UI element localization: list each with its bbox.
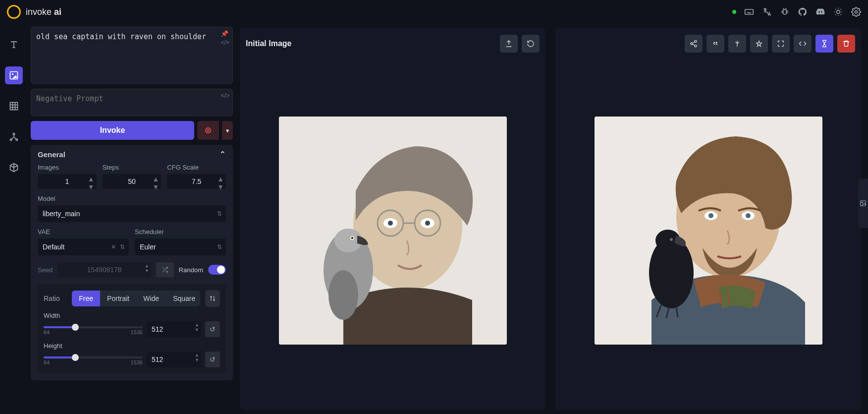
rail-image-tab[interactable]: [5, 66, 23, 84]
vae-select[interactable]: Default✕⇅: [38, 238, 129, 255]
fullscreen-button[interactable]: [772, 35, 790, 53]
svg-point-22: [351, 237, 353, 239]
svg-point-23: [328, 270, 358, 320]
svg-point-26: [695, 45, 697, 47]
initial-image-title: Initial Image: [246, 39, 291, 48]
scheduler-label: Scheduler: [135, 228, 226, 236]
svg-rect-6: [10, 103, 18, 110]
quote-button[interactable]: [706, 35, 724, 53]
model-select[interactable]: liberty_main⇅: [38, 205, 226, 222]
invoke-dropdown-button[interactable]: ▾: [222, 121, 233, 140]
ratio-segment: Free Portrait Wide Square: [72, 291, 200, 306]
delete-button[interactable]: [837, 35, 855, 53]
rail-text-tab[interactable]: [5, 36, 23, 54]
bug-icon[interactable]: [780, 7, 790, 17]
general-panel-header[interactable]: General ⌃: [38, 150, 226, 159]
ratio-label: Ratio: [44, 295, 67, 302]
scheduler-select[interactable]: Euler⇅: [135, 238, 226, 255]
rail-nodes-tab[interactable]: [5, 128, 23, 146]
swap-dims-button[interactable]: [205, 290, 220, 307]
initial-image[interactable]: [279, 117, 507, 345]
positive-prompt-box[interactable]: old sea captain with raven on shoulder 📌…: [31, 27, 233, 84]
rail-grid-tab[interactable]: [5, 97, 23, 115]
cfg-input[interactable]: 7.5▲▼: [167, 174, 226, 189]
pin-icon[interactable]: 📌: [221, 30, 229, 37]
ratio-square[interactable]: Square: [166, 291, 200, 306]
upload-button[interactable]: [500, 35, 518, 53]
images-input[interactable]: 1▲▼: [38, 174, 97, 189]
seed-button[interactable]: [728, 35, 746, 53]
share-button[interactable]: [685, 35, 703, 53]
random-label: Random: [179, 266, 203, 274]
positive-prompt-input[interactable]: old sea captain with raven on shoulder: [36, 32, 227, 77]
images-label: Images: [38, 164, 97, 171]
reset-width-button[interactable]: ↺: [205, 321, 220, 337]
negative-prompt-box[interactable]: </>: [31, 89, 233, 116]
keyboard-icon[interactable]: [744, 7, 754, 17]
star-button[interactable]: [750, 35, 768, 53]
cancel-button[interactable]: [197, 121, 219, 140]
width-label: Width: [44, 312, 220, 319]
gallery-toggle[interactable]: [858, 178, 868, 228]
initial-image-panel: Initial Image: [240, 28, 545, 410]
negative-prompt-input[interactable]: [36, 94, 227, 109]
status-dot-icon: [732, 10, 736, 14]
chevron-up-icon: ⌃: [219, 150, 226, 159]
svg-point-25: [691, 43, 693, 45]
svg-point-7: [13, 133, 14, 135]
settings-sidebar: old sea captain with raven on shoulder 📌…: [28, 24, 236, 414]
github-icon[interactable]: [798, 7, 808, 17]
steps-input[interactable]: 50▲▼: [103, 174, 162, 189]
embed-icon[interactable]: </>: [221, 39, 229, 46]
embed-icon[interactable]: </>: [221, 92, 229, 99]
svg-point-32: [746, 213, 751, 218]
gear-icon[interactable]: [851, 7, 861, 17]
general-panel: General ⌃ Images 1▲▼ Steps 50▲▼ CFG Scal…: [31, 145, 233, 380]
logo-icon: [7, 5, 21, 19]
rail-cube-tab[interactable]: [5, 159, 23, 177]
sun-icon[interactable]: [833, 7, 843, 17]
svg-rect-36: [861, 201, 866, 206]
svg-point-35: [670, 238, 673, 241]
svg-rect-0: [745, 9, 754, 14]
height-label: Height: [44, 342, 220, 350]
code-button[interactable]: [794, 35, 812, 53]
ratio-portrait[interactable]: Portrait: [100, 291, 136, 306]
left-rail: [0, 24, 28, 414]
topbar: invoke ai: [0, 0, 868, 24]
svg-point-37: [862, 202, 863, 203]
steps-label: Steps: [103, 164, 162, 171]
svg-rect-1: [783, 9, 787, 14]
svg-point-24: [695, 40, 697, 42]
ratio-wide[interactable]: Wide: [136, 291, 166, 306]
ratio-free[interactable]: Free: [72, 291, 100, 306]
vae-label: VAE: [38, 228, 129, 236]
reset-height-button[interactable]: ↺: [205, 352, 220, 367]
svg-point-16: [425, 221, 430, 226]
cfg-label: CFG Scale: [167, 164, 226, 171]
random-toggle[interactable]: [208, 265, 226, 275]
height-input[interactable]: 512▲▼: [147, 352, 201, 367]
seed-label: Seed: [38, 266, 53, 274]
reset-button[interactable]: [522, 35, 540, 53]
output-image[interactable]: [595, 117, 822, 345]
svg-point-14: [388, 221, 393, 226]
clear-vae-icon[interactable]: ✕: [111, 243, 116, 250]
hourglass-button[interactable]: [815, 35, 833, 53]
seed-input[interactable]: 154908178▲▼: [57, 262, 151, 277]
svg-point-30: [708, 213, 713, 218]
output-panel: [555, 28, 861, 410]
width-slider[interactable]: 641536: [44, 323, 143, 335]
width-input[interactable]: 512▲▼: [147, 321, 201, 337]
topbar-icons: [732, 7, 861, 17]
model-label: Model: [38, 195, 226, 202]
invoke-button[interactable]: Invoke: [31, 121, 194, 140]
svg-point-3: [855, 11, 858, 13]
brand-text: invoke ai: [26, 7, 61, 17]
height-slider[interactable]: 641536: [44, 354, 143, 365]
shuffle-seed-button[interactable]: [156, 262, 174, 277]
svg-point-5: [12, 73, 13, 75]
svg-point-2: [837, 10, 840, 14]
discord-icon[interactable]: [815, 7, 825, 17]
language-icon[interactable]: [762, 7, 772, 17]
